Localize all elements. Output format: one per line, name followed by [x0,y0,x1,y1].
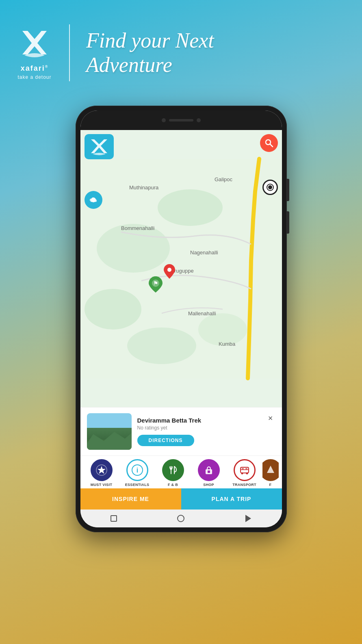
phone-top-bar [80,111,282,130]
location-button[interactable] [262,180,278,195]
location-icon [267,184,273,190]
svg-point-3 [97,224,170,273]
camera-dot [162,118,166,122]
dining-icon [168,465,178,475]
android-back-button[interactable] [243,514,253,523]
speaker-bar [169,119,193,121]
header-divider [69,24,70,81]
shop-icon [198,459,220,481]
category-must-visit[interactable]: MUST VISIT [84,459,119,487]
svg-rect-29 [241,467,249,473]
extra-label: F [269,483,272,487]
app-logo-box[interactable] [85,134,114,159]
essentials-icon: i [126,459,148,481]
phone-inner: Muthinapura Galipoc Bommenahalli Nagenah… [80,111,282,527]
map-pin-green[interactable]: ⚑ [149,276,163,292]
svg-rect-31 [242,468,244,469]
recent-icon [111,515,117,522]
shopping-icon [203,464,215,476]
green-pin-icon: ⚑ [149,276,163,293]
app-header-overlay [85,134,278,209]
svg-point-5 [127,327,196,364]
info-card-subtitle: No ratings yet [137,425,260,431]
search-button[interactable] [260,134,278,152]
svg-rect-32 [245,468,247,469]
close-button[interactable]: × [266,413,275,423]
svg-text:⚑: ⚑ [153,280,158,286]
info-card-title: Deviramma Betta Trek [137,417,260,424]
svg-text:Kumba: Kumba [219,341,236,347]
fb-label: F & B [168,483,178,487]
svg-text:i: i [136,467,138,474]
info-card-content: Deviramma Betta Trek No ratings yet DIRE… [137,417,260,446]
must-visit-label: MUST VISIT [91,483,113,487]
header-section: xafari® take a detour Find your Next Adv… [0,0,362,106]
logo-tagline: take a detour [17,74,51,80]
back-icon [245,515,251,522]
essentials-label: ESSENTIALS [125,483,150,487]
android-recent-button[interactable] [109,514,119,523]
category-extra[interactable]: F [262,459,279,487]
android-nav-bar [80,510,282,527]
xafari-logo-icon [16,26,53,63]
tagline-line1: Find your Next [86,28,214,53]
extra-icon [262,459,279,481]
category-transport[interactable]: TRANSPORT [227,459,262,487]
svg-marker-35 [267,466,274,473]
logo-name: xafari® [21,64,49,73]
weather-button[interactable] [85,191,102,209]
phone-wrapper: Muthinapura Galipoc Bommenahalli Nagenah… [76,106,287,532]
tagline-line2: Adventure [86,53,214,77]
plan-trip-tab[interactable]: PLAN A TRIP [181,488,282,510]
category-shop[interactable]: SHOP [191,459,227,487]
svg-point-4 [85,289,141,330]
svg-text:Nagenahalli: Nagenahalli [190,249,218,256]
svg-text:Mallenahalli: Mallenahalli [188,310,216,317]
svg-line-16 [270,144,273,147]
category-essentials[interactable]: i ESSENTIALS [119,459,155,487]
inspire-tab[interactable]: INSPIRE ME [80,488,181,510]
weather-icon [88,195,99,205]
directions-button[interactable]: DIRECTIONS [137,435,194,446]
map-pin-red[interactable] [164,264,175,279]
info-card: Deviramma Betta Trek No ratings yet DIRE… [80,407,282,455]
fb-icon [162,459,184,481]
phone-outer: Muthinapura Galipoc Bommenahalli Nagenah… [76,106,287,532]
bottom-tabs: INSPIRE ME PLAN A TRIP [80,488,282,510]
mountain-image [87,413,132,450]
header-tagline: Find your Next Adventure [86,28,214,77]
categories-bar: MUST VISIT i ESSENTIALS [80,455,282,488]
svg-point-34 [246,473,248,475]
red-pin-icon [164,264,175,279]
star-icon [96,464,107,476]
search-icon [264,139,273,147]
svg-point-33 [241,473,243,475]
android-home-button[interactable] [176,514,186,523]
logo-area: xafari® take a detour [16,26,53,80]
map-area[interactable]: Muthinapura Galipoc Bommenahalli Nagenah… [80,130,282,407]
svg-rect-28 [208,471,210,473]
bus-icon [239,464,250,476]
svg-text:Bommenahalli: Bommenahalli [121,225,154,231]
forest-icon [265,465,276,475]
camera-area [162,118,201,122]
camera-dot-2 [197,118,201,122]
app-logo-icon [89,138,110,156]
info-icon: i [132,464,143,476]
svg-point-17 [167,268,171,272]
home-icon [177,515,184,522]
transport-icon [234,459,256,481]
shop-label: SHOP [203,483,214,487]
transport-label: TRANSPORT [232,483,256,487]
must-visit-icon [91,459,113,481]
info-card-image [87,413,132,450]
category-fb[interactable]: F & B [155,459,191,487]
svg-marker-21 [98,466,106,474]
